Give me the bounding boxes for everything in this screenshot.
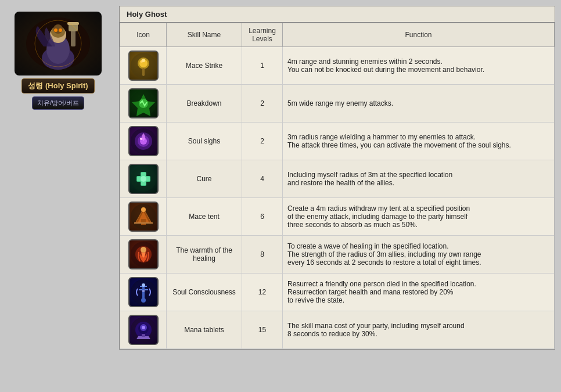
svg-point-41 [142, 283, 145, 287]
svg-rect-16 [142, 68, 145, 76]
skill-function-cell: Create a 4m radius withdraw my tent at a… [283, 198, 555, 236]
skill-function-cell: Resurrect a friendly one person died in … [283, 274, 555, 311]
class-title: 성령 (Holy Spirit) [21, 78, 94, 93]
svg-point-6 [54, 28, 57, 32]
character-portrait [15, 12, 102, 75]
skill-function-cell: To create a wave of healing in the speci… [283, 236, 555, 274]
skill-name-cell: Mace tent [167, 198, 242, 236]
table-row: Cure 4 Including myself radius of 3m at … [120, 160, 555, 198]
skill-level-cell: 6 [242, 198, 283, 236]
skill-level-cell: 2 [242, 85, 283, 123]
skill-function-cell: The skill mana cost of your party, inclu… [283, 311, 555, 349]
skill-icon-soul-consciousness [128, 277, 159, 307]
sidebar: 성령 (Holy Spirit) 치유/방어/버프 [6, 6, 110, 110]
skill-table-container: Holy Ghost Icon Skill Name Learning Leve… [119, 6, 555, 350]
svg-rect-47 [142, 334, 145, 337]
skill-name-cell: Breakdown [167, 85, 242, 123]
table-row: Breakdown 2 5m wide range my enemy attac… [120, 85, 555, 123]
class-subtitle: 치유/방어/버프 [32, 96, 84, 110]
skill-icon-cell [120, 274, 167, 311]
skill-icon-cell [120, 47, 167, 85]
skill-icon-cure [128, 164, 159, 194]
skill-function-cell: 3m radius range wielding a hammer to my … [283, 123, 555, 160]
skill-function-cell: 5m wide range my enemy attacks. [283, 85, 555, 123]
skill-level-cell: 2 [242, 123, 283, 160]
svg-rect-39 [142, 290, 145, 292]
svg-point-30 [141, 176, 146, 182]
table-row: The warmth of the healing 8 To create a … [120, 236, 555, 274]
skill-name-cell: Cure [167, 160, 242, 198]
skill-icon-warmth-healing [128, 239, 159, 269]
svg-rect-10 [67, 22, 79, 25]
svg-point-33 [141, 207, 146, 212]
skill-name-cell: Mana tablets [167, 311, 242, 349]
skill-icon-cell [120, 160, 167, 198]
svg-point-40 [141, 298, 146, 303]
svg-point-36 [141, 247, 146, 253]
skill-icon-mace-strike [128, 51, 159, 81]
skill-name-cell: Soul sighs [167, 123, 242, 160]
table-row: Soul sighs 2 3m radius range wielding a … [120, 123, 555, 160]
table-title: Holy Ghost [120, 6, 555, 23]
skill-level-cell: 12 [242, 274, 283, 311]
table-row: Mace tent 6 Create a 4m radius withdraw … [120, 198, 555, 236]
skill-function-cell: 4m range and stunning enemies within 2 s… [283, 47, 555, 85]
skill-icon-mana-tablets [128, 315, 159, 345]
skill-icon-cell [120, 85, 167, 123]
svg-point-17 [142, 59, 145, 62]
col-icon: Icon [120, 23, 167, 47]
main-content: Holy Ghost Icon Skill Name Learning Leve… [110, 6, 555, 350]
skill-icon-breakdown [128, 88, 159, 118]
skill-icon-cell [120, 123, 167, 160]
skill-icon-cell [120, 311, 167, 349]
svg-point-46 [142, 326, 145, 329]
skill-table: Icon Skill Name Learning Levels Function [120, 23, 555, 349]
skill-name-cell: The warmth of the healing [167, 236, 242, 274]
col-learning: Learning Levels [242, 23, 283, 47]
svg-point-24 [140, 138, 142, 140]
skill-function-cell: Including myself radius of 3m at the spe… [283, 160, 555, 198]
col-skill-name: Skill Name [167, 23, 242, 47]
skill-level-cell: 8 [242, 236, 283, 274]
table-row: Mace Strike 1 4m range and stunning enem… [120, 47, 555, 85]
skill-icon-soul-sighs [128, 126, 159, 156]
skill-name-cell: Soul Consciousness [167, 274, 242, 311]
skill-level-cell: 1 [242, 47, 283, 85]
col-function: Function [283, 23, 555, 47]
table-row: Soul Consciousness 12 Resurrect a friend… [120, 274, 555, 311]
skill-level-cell: 4 [242, 160, 283, 198]
skill-icon-cell [120, 236, 167, 274]
skill-icon-cell [120, 198, 167, 236]
svg-rect-32 [141, 219, 146, 225]
svg-point-7 [59, 28, 62, 32]
skill-name-cell: Mace Strike [167, 47, 242, 85]
skill-level-cell: 15 [242, 311, 283, 349]
table-row: Mana tablets 15 The skill mana cost of y… [120, 311, 555, 349]
skill-icon-mace-tent [128, 202, 159, 232]
